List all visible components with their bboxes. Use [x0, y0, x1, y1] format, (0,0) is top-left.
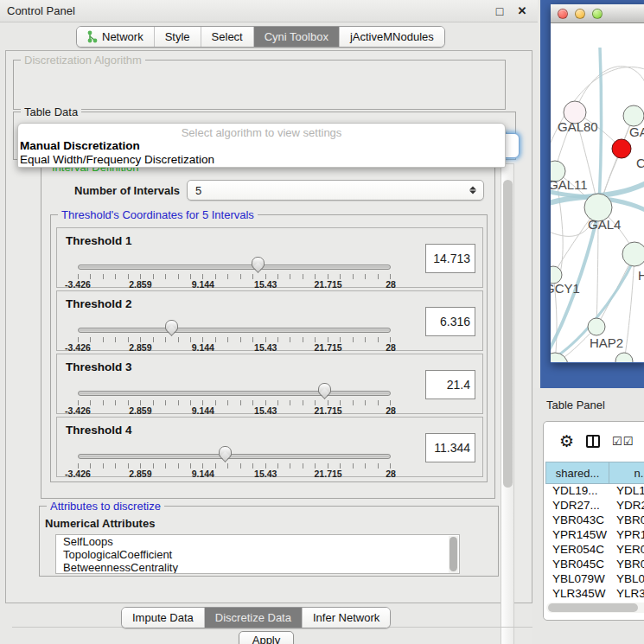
network-node[interactable] [615, 353, 633, 362]
numerical-attributes-list[interactable]: SelfLoopsTopologicalCoefficientBetweenne… [55, 534, 460, 574]
table-row[interactable]: YDL19...YDL1 [545, 484, 644, 499]
checkbox-icons[interactable]: ☑☑ [612, 436, 634, 447]
threshold-slider-thumb[interactable] [165, 320, 178, 330]
network-node-c[interactable] [612, 139, 631, 158]
node-label: H [638, 268, 644, 283]
cell-name[interactable]: YDL1 [609, 484, 644, 499]
tab-discretize-data[interactable]: Discretize Data [205, 608, 303, 628]
table-row[interactable]: YBL079WYBL0 [545, 572, 644, 587]
threshold-slider-thumb[interactable] [219, 446, 232, 456]
tab-jactivemnodules[interactable]: jActiveMNodules [340, 27, 444, 47]
column-header-shared-name[interactable]: shared... [545, 462, 609, 484]
cell-name[interactable]: YBL0 [609, 572, 644, 587]
cyni-toolbox-panel: Discretization Algorithm Select algorith… [5, 50, 532, 603]
float-window-icon[interactable]: □ [493, 4, 507, 18]
tab-impute-data[interactable]: Impute Data [122, 608, 205, 628]
attribute-list-item[interactable]: SelfLoops [56, 535, 459, 548]
cell-shared-name[interactable]: YDL19... [545, 484, 609, 499]
threshold-slider-track[interactable] [78, 265, 391, 270]
tick-label: 15.43 [254, 469, 277, 479]
cell-shared-name[interactable]: YBL079W [545, 572, 609, 587]
table-horizontal-scrollbar[interactable] [546, 603, 644, 613]
table-row[interactable]: YBR043CYBR0 [545, 513, 644, 528]
cell-name[interactable]: YBR0 [609, 558, 644, 572]
network-canvas[interactable]: GAL80GALCGAL11GAL4HGCY1HAP2 [551, 23, 644, 362]
gear-icon[interactable]: ⚙ [559, 433, 574, 450]
cell-name[interactable]: YPR1 [609, 528, 644, 543]
table-row[interactable]: YER054CYER0 [545, 543, 644, 558]
cell-shared-name[interactable]: YBR043C [545, 513, 609, 528]
threshold-value-field[interactable]: 6.316 [425, 307, 475, 336]
thresholds-group: Threshold's Coordinates for 5 Intervals … [50, 214, 488, 482]
attribute-list-item[interactable]: BetweennessCentrality [56, 561, 459, 574]
network-node[interactable] [551, 353, 568, 362]
split-view-icon[interactable] [586, 435, 600, 448]
cell-name[interactable]: YBR0 [609, 513, 644, 528]
table-hscrollbar-thumb[interactable] [548, 603, 638, 612]
zoom-traffic-light-icon[interactable] [592, 9, 603, 19]
threshold-value-field[interactable]: 11.344 [425, 433, 475, 462]
minimize-traffic-light-icon[interactable] [575, 9, 585, 19]
network-window[interactable]: GAL80GALCGAL11GAL4HGCY1HAP2 [551, 4, 644, 363]
attribute-list-item[interactable]: TopologicalCoefficient [56, 548, 459, 561]
cell-name[interactable]: YLR3 [609, 587, 644, 602]
apply-button[interactable]: Apply [239, 631, 294, 644]
tick-label: 15.43 [254, 342, 277, 353]
number-of-intervals-value: 5 [195, 184, 201, 197]
threshold-slider-thumb[interactable] [318, 383, 331, 393]
tick-label: 21.715 [315, 405, 342, 416]
threshold-slider-track[interactable] [78, 454, 391, 459]
table-row[interactable]: YBR045CYBR0 [545, 558, 644, 572]
tick-label: 28 [386, 469, 396, 479]
cell-shared-name[interactable]: YLR345W [545, 587, 609, 602]
threshold-slider-track[interactable] [78, 328, 391, 333]
node-label: GAL [629, 124, 644, 139]
cell-shared-name[interactable]: YBR045C [545, 558, 609, 572]
tab-infer-network[interactable]: Infer Network [303, 608, 390, 628]
tab-style[interactable]: Style [155, 27, 201, 47]
tick-label: 15.43 [254, 279, 277, 290]
threshold-slider-track[interactable] [78, 391, 391, 396]
tick-label: 21.715 [315, 279, 342, 290]
numerical-attributes-label: Numerical Attributes [45, 517, 155, 530]
attributes-scrollbar-thumb[interactable] [450, 537, 457, 571]
tab-cyni-toolbox[interactable]: Cyni Toolbox [254, 27, 340, 47]
tab-network[interactable]: Network [77, 27, 155, 47]
cell-shared-name[interactable]: YDR27... [545, 499, 609, 513]
cell-shared-name[interactable]: YPR145W [545, 528, 609, 543]
cell-shared-name[interactable]: YER054C [545, 543, 609, 558]
tick-label: 15.43 [254, 405, 277, 416]
network-window-titlebar[interactable] [551, 4, 644, 23]
close-traffic-light-icon[interactable] [558, 9, 568, 19]
network-node-gal[interactable] [623, 105, 644, 126]
close-icon[interactable]: ✕ [515, 4, 529, 18]
table-rows: YDL19...YDL1YDR27...YDR2YBR043CYBR0YPR14… [545, 484, 644, 616]
table-row[interactable]: YPR145WYPR1 [545, 528, 644, 543]
tick-label: 28 [386, 279, 396, 290]
table-row[interactable]: YDR27...YDR2 [545, 499, 644, 513]
threshold-box-1: Threshold 1-3.4262.8599.14415.4321.71528… [56, 227, 483, 288]
attributes-scrollbar[interactable] [449, 536, 458, 574]
tab-label: Cyni Toolbox [265, 30, 328, 43]
node-label: GAL4 [588, 217, 621, 232]
cell-name[interactable]: YDR2 [609, 499, 644, 513]
number-of-intervals-combo[interactable]: 5 [187, 180, 484, 201]
table-row[interactable]: YLR345WYLR3 [545, 587, 644, 602]
tab-select[interactable]: Select [201, 27, 254, 47]
content-scrollbar-thumb[interactable] [503, 180, 513, 488]
algorithm-placeholder-item[interactable]: Select algorithm to view settings [18, 124, 505, 139]
network-node-h[interactable] [622, 242, 644, 266]
tab-label: Infer Network [313, 611, 379, 624]
threshold-box-4: Threshold 4-3.4262.8599.14415.4321.71528… [56, 417, 483, 477]
algorithm-item-equal-width[interactable]: Equal Width/Frequency Discretization [18, 153, 505, 167]
algorithm-item-manual[interactable]: Manual Discretization [18, 139, 505, 153]
cell-name[interactable]: YER0 [609, 543, 644, 558]
content-vertical-scrollbar[interactable] [501, 163, 514, 644]
threshold-slider-thumb[interactable] [252, 257, 265, 267]
network-node-hap2[interactable] [588, 318, 605, 335]
threshold-value-field[interactable]: 14.713 [425, 244, 475, 273]
threshold-value-field[interactable]: 21.4 [425, 370, 475, 399]
control-panel-title: Control Panel [7, 4, 75, 17]
column-header-name[interactable]: n... [609, 462, 644, 484]
tick-label: 2.859 [129, 342, 151, 353]
